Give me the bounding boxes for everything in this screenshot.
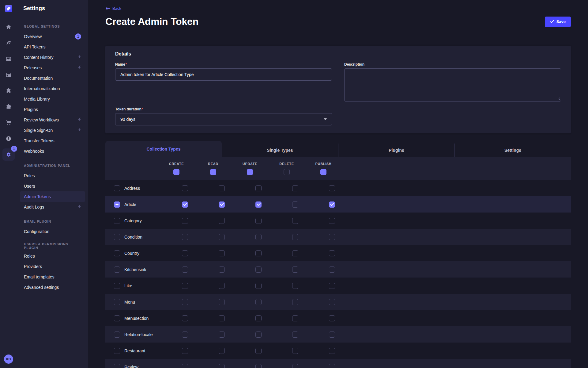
- sidebar-item-plugins[interactable]: Plugins: [20, 104, 85, 115]
- update-checkbox[interactable]: [255, 266, 262, 273]
- create-checkbox[interactable]: [182, 218, 188, 224]
- row-checkbox[interactable]: [114, 218, 120, 224]
- avatar[interactable]: KD: [4, 355, 13, 364]
- create-checkbox[interactable]: [182, 185, 188, 191]
- publish-checkbox[interactable]: [329, 185, 335, 191]
- sidebar-item-providers[interactable]: Providers: [20, 261, 85, 272]
- create-checkbox[interactable]: [182, 315, 188, 321]
- delete-checkbox[interactable]: [292, 266, 298, 273]
- delete-checkbox[interactable]: [292, 201, 298, 208]
- tab-plugins[interactable]: Plugins: [338, 144, 454, 157]
- rail-item-plugins[interactable]: [0, 83, 17, 99]
- create-checkbox[interactable]: [182, 364, 188, 368]
- read-checkbox[interactable]: [219, 185, 225, 191]
- read-checkbox[interactable]: [219, 234, 225, 240]
- update-checkbox[interactable]: [255, 332, 262, 338]
- create-checkbox[interactable]: [182, 266, 188, 273]
- sidebar-item-media-library[interactable]: Media Library: [20, 94, 85, 104]
- publish-checkbox[interactable]: [329, 201, 335, 208]
- delete-checkbox[interactable]: [292, 250, 298, 256]
- row-checkbox[interactable]: [114, 283, 120, 289]
- row-checkbox[interactable]: [114, 185, 120, 191]
- rail-item-media-library[interactable]: [0, 51, 17, 67]
- update-checkbox[interactable]: [255, 364, 262, 368]
- sidebar-item-email-templates[interactable]: Email templates: [20, 272, 85, 282]
- duration-select[interactable]: 90 days: [115, 113, 332, 125]
- create-checkbox[interactable]: [182, 348, 188, 354]
- update-checkbox[interactable]: [255, 201, 262, 208]
- sidebar-item-advanced-settings[interactable]: Advanced settings: [20, 282, 85, 293]
- read-checkbox[interactable]: [219, 332, 225, 338]
- create-checkbox[interactable]: [182, 332, 188, 338]
- name-input[interactable]: [115, 68, 332, 81]
- read-checkbox[interactable]: [219, 201, 225, 208]
- row-checkbox[interactable]: [114, 332, 120, 338]
- select-all-create-checkbox[interactable]: [173, 169, 179, 175]
- create-checkbox[interactable]: [182, 299, 188, 305]
- rail-item-content-manager[interactable]: [0, 67, 17, 83]
- create-checkbox[interactable]: [182, 283, 188, 289]
- publish-checkbox[interactable]: [329, 234, 335, 240]
- sidebar-item-admin-tokens[interactable]: Admin Tokens: [20, 191, 85, 202]
- publish-checkbox[interactable]: [329, 364, 335, 368]
- sidebar-item-internationalization[interactable]: Internationalization: [20, 83, 85, 94]
- tab-collection-types[interactable]: Collection Types: [105, 141, 222, 157]
- select-all-delete-checkbox[interactable]: [284, 169, 290, 175]
- delete-checkbox[interactable]: [292, 332, 298, 338]
- rail-item-home[interactable]: [0, 19, 17, 35]
- select-all-read-checkbox[interactable]: [210, 169, 216, 175]
- sidebar-item-transfer-tokens[interactable]: Transfer Tokens: [20, 136, 85, 146]
- sidebar-item-single-sign-on[interactable]: Single Sign-On: [20, 125, 85, 136]
- sidebar-item-roles[interactable]: Roles: [20, 171, 85, 181]
- tab-settings[interactable]: Settings: [454, 144, 571, 157]
- create-checkbox[interactable]: [182, 234, 188, 240]
- delete-checkbox[interactable]: [292, 283, 298, 289]
- rail-item-content-type-builder[interactable]: [0, 35, 17, 51]
- read-checkbox[interactable]: [219, 299, 225, 305]
- update-checkbox[interactable]: [255, 218, 262, 224]
- publish-checkbox[interactable]: [329, 332, 335, 338]
- update-checkbox[interactable]: [255, 234, 262, 240]
- resize-handle-icon[interactable]: [556, 97, 560, 100]
- publish-checkbox[interactable]: [329, 250, 335, 256]
- row-checkbox[interactable]: [114, 234, 120, 240]
- publish-checkbox[interactable]: [329, 266, 335, 273]
- read-checkbox[interactable]: [219, 266, 225, 273]
- publish-checkbox[interactable]: [329, 218, 335, 224]
- tab-single-types[interactable]: Single Types: [222, 144, 338, 157]
- read-checkbox[interactable]: [219, 315, 225, 321]
- update-checkbox[interactable]: [255, 283, 262, 289]
- create-checkbox[interactable]: [182, 201, 188, 208]
- sidebar-item-content-history[interactable]: Content History: [20, 52, 85, 63]
- publish-checkbox[interactable]: [329, 283, 335, 289]
- publish-checkbox[interactable]: [329, 315, 335, 321]
- update-checkbox[interactable]: [255, 315, 262, 321]
- sidebar-item-overview[interactable]: Overview1: [20, 31, 85, 42]
- publish-checkbox[interactable]: [329, 299, 335, 305]
- update-checkbox[interactable]: [255, 348, 262, 354]
- row-checkbox[interactable]: [114, 364, 120, 368]
- settings-icon[interactable]: 1: [2, 148, 15, 161]
- row-checkbox[interactable]: [114, 250, 120, 256]
- delete-checkbox[interactable]: [292, 234, 298, 240]
- read-checkbox[interactable]: [219, 364, 225, 368]
- row-checkbox[interactable]: [114, 299, 120, 305]
- row-checkbox[interactable]: [114, 315, 120, 321]
- read-checkbox[interactable]: [219, 348, 225, 354]
- update-checkbox[interactable]: [255, 185, 262, 191]
- rail-item-info[interactable]: [0, 131, 17, 147]
- delete-checkbox[interactable]: [292, 348, 298, 354]
- sidebar-item-documentation[interactable]: Documentation: [20, 73, 85, 83]
- sidebar-item-review-workflows[interactable]: Review Workflows: [20, 115, 85, 125]
- create-checkbox[interactable]: [182, 250, 188, 256]
- sidebar-item-roles[interactable]: Roles: [20, 251, 85, 261]
- back-link[interactable]: Back: [105, 6, 121, 11]
- sidebar-item-api-tokens[interactable]: API Tokens: [20, 42, 85, 52]
- sidebar-item-releases[interactable]: Releases: [20, 63, 85, 73]
- select-all-publish-checkbox[interactable]: [320, 169, 326, 175]
- row-checkbox[interactable]: [114, 201, 120, 208]
- publish-checkbox[interactable]: [329, 348, 335, 354]
- sidebar-item-audit-logs[interactable]: Audit Logs: [20, 202, 85, 212]
- sidebar-item-webhooks[interactable]: Webhooks: [20, 146, 85, 156]
- save-button[interactable]: Save: [545, 17, 571, 27]
